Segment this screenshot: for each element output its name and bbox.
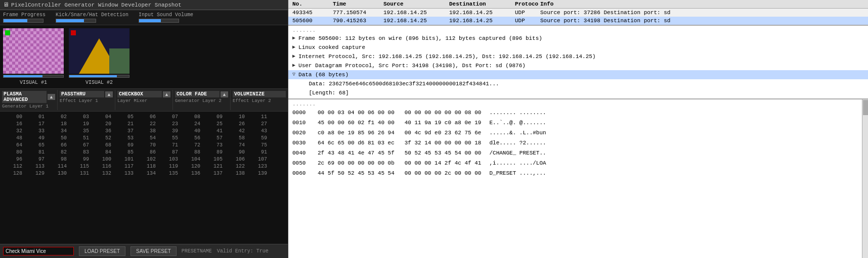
cell-2-2: 34 [47,128,69,135]
cell-3-7: 55 [158,135,180,142]
layer-checkbox-btn[interactable]: ▲ [163,91,170,97]
packet-src-1: 192.168.14.25 [381,17,447,25]
kick-snare-label: Kick/Snare/Hat Detection [56,12,128,18]
kick-snare-fill [56,19,84,22]
cell-5-3: 83 [69,149,91,156]
hex-ascii-0060: D_PRESET ....,... [485,168,550,178]
cell-3-0: 48 [2,135,24,142]
cell-7-10: 122 [225,163,247,170]
hex-panel: ....... 0000 00 00 03 04 00 06 00 00 00 … [288,99,868,258]
cell-4-8: 72 [180,142,202,149]
detail-ellipsis-top: ....... [288,27,868,34]
packet-list: No. Time Source Destination Protocol Inf… [288,0,868,26]
hex-bytes-0020: c0 a8 0e 19 85 96 26 94 00 4c 9d e0 23 6… [314,128,485,138]
cell-7-1: 113 [24,163,47,170]
detail-row-frame[interactable]: ▶ Frame 505600: 112 bytes on wire (896 b… [288,34,868,43]
layer-color-fade-btn[interactable]: ▲ [221,91,228,97]
layer-color-fade-type: Generator Layer 2 [175,98,228,104]
hex-row-0050: 0050 2c 69 00 00 00 00 00 0b 00 00 00 14… [288,158,862,168]
preset-name-input[interactable] [3,247,74,255]
cell-5-7: 87 [158,149,180,156]
layer-passthru-btn[interactable]: ▲ [105,91,113,97]
cell-2-11: 43 [247,128,269,135]
sound-volume-label: Input Sound Volume [139,12,193,18]
hex-ascii-0000: ........ ........ [485,108,550,118]
hex-offset-0000: 0000 [288,108,314,118]
cell-3-5: 53 [113,135,136,142]
layer-plasma-btn[interactable]: ▲ [48,94,55,100]
save-preset-button[interactable]: SAVE PRESET [131,246,177,256]
packet-no-1: 505600 [290,17,331,25]
packet-detail: ....... ▶ Frame 505600: 112 bytes on wir… [288,26,868,99]
grid-row-6: 96 97 98 99 100 101 102 103 104 105 106 … [2,156,286,163]
col-src-header: Source [381,0,447,8]
layer-passthru-name-row: PASSTHRU ▲ [60,91,113,97]
detail-row-data[interactable]: ▽ Data (68 bytes) [288,70,868,79]
load-preset-button[interactable]: LOAD PRESET [79,246,125,256]
visual2-background [69,28,129,74]
layer-checkbox-name-row: CHECKBOX ▲ [117,91,170,97]
cell-2-3: 35 [69,128,91,135]
detail-row-linux[interactable]: ▶ Linux cooked capture [288,43,868,52]
cell-8-4: 132 [91,170,113,177]
cell-3-1: 49 [24,135,47,142]
cell-0-0: 00 [2,114,24,121]
layer-checkbox: CHECKBOX ▲ Layer Mixer [115,90,173,110]
frame-progress-group: Frame Progress [3,12,46,23]
cell-1-2: 18 [47,121,69,128]
hex-ascii-0020: ......&. .L..#bun [485,128,550,138]
scroll-thumb[interactable] [863,100,868,115]
layer-plasma-advanced: PLASMA ADVANCED ▲ Generator Layer 1 [0,90,58,110]
hex-bytes-0040: 2f 43 48 41 4e 47 45 5f 50 52 45 53 45 5… [314,148,485,158]
cell-3-3: 51 [69,135,91,142]
packet-no-0: 493345 [290,9,331,17]
detail-row-ip[interactable]: ▶ Internet Protocol, Src: 192.168.14.25 … [288,52,868,61]
frame-progress-fill [4,19,27,22]
cell-5-6: 86 [136,149,158,156]
cell-3-11: 59 [247,135,269,142]
cell-6-2: 98 [47,156,69,163]
hex-ascii-0030: dle..... ?2...... [485,138,550,148]
cell-1-3: 19 [69,121,91,128]
packet-list-header: No. Time Source Destination Protocol Inf… [288,0,868,9]
layer-plasma-name-row: PLASMA ADVANCED ▲ [2,91,55,103]
cell-0-6: 06 [136,114,158,121]
cell-4-7: 71 [158,142,180,149]
packet-row-0[interactable]: 493345 777.150574 192.168.14.25 192.168.… [288,9,868,17]
detail-row-length: [Length: 68] [288,88,868,97]
cell-2-7: 39 [158,128,180,135]
cell-0-10: 10 [225,114,247,121]
cell-3-8: 56 [180,135,202,142]
cell-4-2: 66 [47,142,69,149]
cell-1-10: 26 [225,121,247,128]
packet-src-0: 192.168.14.25 [381,9,447,17]
packet-row-1[interactable]: 505600 790.415263 192.168.14.25 192.168.… [288,17,868,25]
hex-ellipsis: ....... [288,100,862,108]
detail-row-udp[interactable]: ▶ User Datagram Protocol, Src Port: 3419… [288,61,868,70]
cell-4-1: 65 [24,142,47,149]
cell-8-10: 138 [225,170,247,177]
expand-icon-linux: ▶ [292,43,295,51]
layers-bar: PLASMA ADVANCED ▲ Generator Layer 1 PASS… [0,88,288,112]
hex-row-0030: 0030 64 6c 65 00 d6 81 03 ec 3f 32 14 00… [288,138,862,148]
col-time-header: Time [331,0,381,8]
grid-row-4: 64 65 66 67 68 69 70 71 72 73 74 75 [2,142,286,149]
cell-1-7: 23 [158,121,180,128]
cell-5-1: 81 [24,149,47,156]
visual-area: VISUAL #1 VISUAL #2 [0,25,288,88]
layer-passthru: PASSTHRU ▲ Effect Layer 1 [58,90,115,110]
vertical-scrollbar[interactable] [862,99,868,258]
kick-snare-group: Kick/Snare/Hat Detection [56,12,128,23]
right-panel: No. Time Source Destination Protocol Inf… [288,0,868,258]
visual2-label: VISUAL #2 [85,80,113,85]
layer-voluminize-name-row: VOLUMINIZE [233,91,286,97]
preset-name-label: PRESETNAME [182,248,212,254]
visual1-canvas [3,28,64,74]
cell-5-5: 85 [113,149,136,156]
hex-row-0040: 0040 2f 43 48 41 4e 47 45 5f 50 52 45 53… [288,148,862,158]
layer-voluminize: VOLUMINIZE Effect Layer 2 [231,90,288,110]
cell-5-4: 84 [91,149,113,156]
hex-row-0020: 0020 c0 a8 0e 19 85 96 26 94 00 4c 9d e0… [288,128,862,138]
cell-7-6: 118 [136,163,158,170]
hex-bytes-0050: 2c 69 00 00 00 00 00 0b 00 00 00 14 2f 4… [314,158,485,168]
